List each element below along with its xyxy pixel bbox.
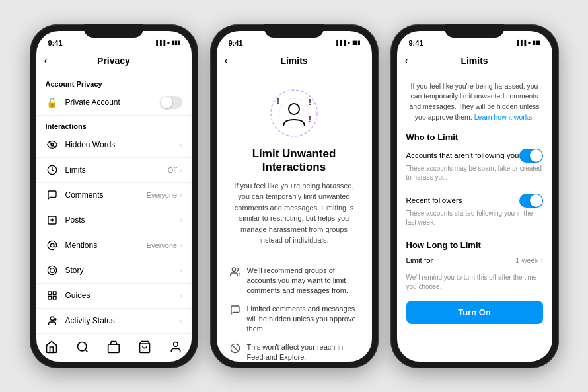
limits-hero-desc: If you feel like you're being harassed, …	[230, 180, 359, 246]
limits-label: Limits	[65, 165, 168, 175]
posts-item[interactable]: Posts ›	[36, 208, 192, 233]
guides-item[interactable]: Guides ›	[36, 284, 192, 309]
hidden-words-item[interactable]: Hidden Words ›	[36, 133, 192, 158]
tab-shop[interactable]	[133, 338, 157, 356]
limits-item[interactable]: Limits Off ›	[36, 158, 192, 183]
limit-for-row[interactable]: Limit for 1 week ›	[397, 251, 552, 270]
account-privacy-title: Account Privacy	[36, 73, 192, 91]
comments-label: Comments	[65, 190, 147, 200]
phone-2: 9:41 ▐▐▐ ● ▮▮▮ ‹ Limits	[210, 24, 379, 368]
svg-rect-9	[48, 292, 52, 295]
phone-screen-3: 9:41 ▐▐▐ ● ▮▮▮ ‹ Limits If you feel like…	[397, 31, 552, 362]
phone-screen-2: 9:41 ▐▐▐ ● ▮▮▮ ‹ Limits	[217, 31, 372, 362]
interactions-title: Interactions	[36, 116, 192, 133]
limit-for-value: 1 week	[515, 256, 538, 264]
accounts-not-following-desc: These accounts may be spam, fake or crea…	[406, 164, 543, 182]
limit-for-label: Limit for	[406, 256, 433, 264]
svg-point-8	[50, 268, 54, 273]
chevron-icon-3: ›	[180, 192, 182, 199]
screen-content-2: ! ! ! Limit Unwanted Interactions If you…	[217, 73, 372, 362]
story-item[interactable]: Story ›	[36, 258, 192, 284]
toggle-knob-1	[530, 149, 542, 162]
svg-text:!: !	[309, 115, 311, 124]
activity-status-icon	[46, 314, 59, 327]
back-button-3[interactable]: ‹	[405, 55, 418, 67]
story-icon	[46, 264, 59, 277]
activity-status-item[interactable]: Activity Status ›	[36, 309, 192, 334]
nav-title-3: Limits	[460, 56, 488, 66]
svg-point-19	[174, 342, 178, 347]
chevron-icon-6: ›	[180, 267, 182, 274]
phone-1: 9:41 ▐▐▐ ● ▮▮▮ ‹ Privacy Account Privacy…	[30, 24, 198, 368]
nav-bar-1: ‹ Privacy	[36, 50, 192, 73]
recent-followers-toggle[interactable]	[519, 194, 543, 208]
svg-rect-17	[108, 344, 120, 353]
svg-point-26	[232, 268, 235, 271]
learn-link[interactable]: Learn how it works.	[474, 113, 534, 121]
accounts-not-following-toggle[interactable]	[519, 149, 543, 163]
tab-profile[interactable]	[164, 338, 188, 356]
back-button-1[interactable]: ‹	[44, 55, 57, 67]
feature-group-icon	[230, 266, 240, 279]
status-icons-1: ▐▐▐ ● ▮▮▮	[154, 40, 179, 46]
limits-intro: If you feel like you're being harassed, …	[397, 73, 552, 128]
guides-icon	[46, 289, 59, 302]
recent-followers-item: Recent followers These accounts started …	[397, 188, 552, 233]
chevron-icon: ›	[180, 141, 182, 149]
phones-container: 9:41 ▐▐▐ ● ▮▮▮ ‹ Privacy Account Privacy…	[17, 11, 572, 381]
tab-search[interactable]	[71, 338, 94, 356]
svg-text:!: !	[309, 98, 311, 107]
comments-value: Everyone	[147, 191, 177, 199]
recent-followers-label: Recent followers	[406, 196, 462, 204]
remind-text: We'll remind you to turn this off after …	[397, 270, 552, 294]
limits-feature-3: This won't affect your reach in Feed and…	[217, 338, 372, 362]
feature-1-text: We'll recommend groups of accounts you m…	[247, 266, 359, 296]
mentions-value: Everyone	[147, 241, 177, 249]
chevron-icon-2: ›	[180, 167, 182, 174]
chevron-icon-8: ›	[180, 317, 182, 325]
accounts-not-following-row[interactable]: Accounts that aren't following you	[406, 149, 543, 163]
screen-content-1: Account Privacy 🔒 Private Account Intera…	[36, 73, 192, 334]
private-account-item[interactable]: 🔒 Private Account	[36, 91, 192, 116]
chevron-icon-4: ›	[180, 217, 182, 224]
story-label: Story	[65, 266, 180, 275]
svg-rect-11	[48, 296, 52, 299]
svg-line-16	[85, 350, 88, 352]
svg-point-6	[50, 243, 54, 247]
back-button-2[interactable]: ‹	[225, 55, 238, 67]
svg-point-14	[54, 319, 56, 321]
feature-hidden-icon	[230, 305, 240, 317]
recent-followers-row[interactable]: Recent followers	[406, 194, 543, 208]
nav-title-2: Limits	[280, 56, 307, 66]
comments-item[interactable]: Comments Everyone ›	[36, 183, 192, 208]
chevron-icon-5: ›	[180, 242, 182, 249]
guides-label: Guides	[65, 291, 180, 300]
tab-home[interactable]	[40, 338, 63, 356]
screen-content-3: If you feel like you're being harassed, …	[397, 73, 552, 362]
who-to-limit-title: Who to Limit	[397, 128, 552, 143]
phone-3: 9:41 ▐▐▐ ● ▮▮▮ ‹ Limits If you feel like…	[390, 24, 559, 368]
svg-point-7	[48, 266, 56, 274]
svg-rect-12	[53, 296, 56, 299]
activity-status-label: Activity Status	[65, 316, 180, 325]
svg-point-15	[78, 342, 87, 351]
private-account-label: Private Account	[65, 98, 160, 107]
svg-text:!: !	[277, 97, 279, 106]
limits-hero-title: Limit Unwanted Interactions	[230, 147, 359, 174]
toggle-knob	[161, 97, 172, 108]
tab-camera[interactable]	[102, 338, 126, 356]
mentions-item[interactable]: Mentions Everyone ›	[36, 233, 192, 258]
nav-title-1: Privacy	[97, 56, 130, 66]
status-icons-3: ▐▐▐ ● ▮▮▮	[515, 40, 540, 46]
feature-3-text: This won't affect your reach in Feed and…	[247, 342, 359, 362]
svg-point-22	[289, 104, 299, 114]
turn-on-button[interactable]: Turn On	[406, 301, 543, 324]
svg-point-13	[50, 317, 54, 320]
feature-reach-icon	[230, 343, 240, 356]
limit-for-chevron: ›	[540, 256, 542, 264]
posts-icon	[46, 214, 59, 227]
private-account-toggle[interactable]	[160, 96, 182, 109]
how-long-title: How Long to Limit	[397, 233, 552, 251]
limits-value: Off	[168, 166, 177, 174]
tab-bar-1	[36, 334, 192, 362]
